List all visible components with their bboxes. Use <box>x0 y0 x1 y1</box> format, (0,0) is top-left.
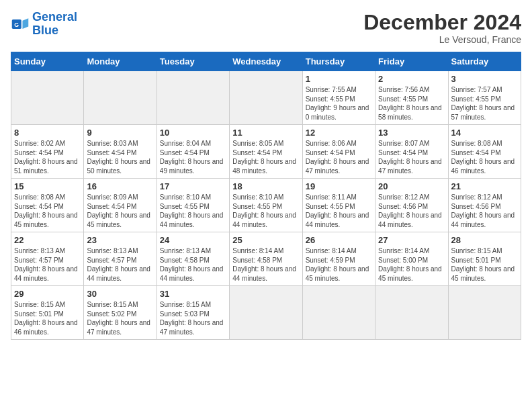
calendar-week-2: 8Sunrise: 8:02 AMSunset: 4:54 PMDaylight… <box>11 125 521 179</box>
calendar-day-30: 30Sunrise: 8:15 AMSunset: 5:02 PMDayligh… <box>84 286 157 340</box>
title-block: December 2024 Le Versoud, France <box>363 11 521 45</box>
day-number: 24 <box>160 235 226 245</box>
day-number: 12 <box>306 128 372 138</box>
calendar-day-25: 25Sunrise: 8:14 AMSunset: 4:58 PMDayligh… <box>230 232 302 286</box>
day-details: Sunrise: 8:14 AMSunset: 5:00 PMDaylight:… <box>378 246 445 283</box>
day-header-sunday: Sunday <box>11 52 84 71</box>
day-number: 18 <box>232 181 299 191</box>
month-title: December 2024 <box>363 11 521 34</box>
day-details: Sunrise: 8:08 AMSunset: 4:54 PMDaylight:… <box>451 139 518 175</box>
logo-line1: General <box>32 10 77 24</box>
day-details: Sunrise: 8:14 AMSunset: 4:58 PMDaylight:… <box>232 246 299 283</box>
day-header-wednesday: Wednesday <box>230 52 302 71</box>
day-details: Sunrise: 8:15 AMSunset: 5:03 PMDaylight:… <box>160 300 226 336</box>
day-number: 14 <box>451 128 518 138</box>
calendar-week-4: 22Sunrise: 8:13 AMSunset: 4:57 PMDayligh… <box>11 232 521 286</box>
calendar-day-13: 13Sunrise: 8:07 AMSunset: 4:54 PMDayligh… <box>375 125 448 179</box>
day-details: Sunrise: 8:04 AMSunset: 4:54 PMDaylight:… <box>160 139 226 175</box>
empty-cell <box>84 71 157 125</box>
day-details: Sunrise: 8:07 AMSunset: 4:54 PMDaylight:… <box>378 139 445 175</box>
calendar-week-5: 29Sunrise: 8:15 AMSunset: 5:01 PMDayligh… <box>11 286 521 340</box>
logo: G General Blue <box>11 11 77 38</box>
calendar-day-22: 22Sunrise: 8:13 AMSunset: 4:57 PMDayligh… <box>11 232 84 286</box>
day-details: Sunrise: 8:09 AMSunset: 4:54 PMDaylight:… <box>87 193 153 229</box>
calendar-day-29: 29Sunrise: 8:15 AMSunset: 5:01 PMDayligh… <box>11 286 84 340</box>
day-details: Sunrise: 8:15 AMSunset: 5:01 PMDaylight:… <box>14 300 81 336</box>
day-details: Sunrise: 7:55 AMSunset: 4:55 PMDaylight:… <box>306 85 372 122</box>
calendar-day-19: 19Sunrise: 8:11 AMSunset: 4:55 PMDayligh… <box>302 179 375 232</box>
day-header-friday: Friday <box>375 52 448 71</box>
empty-cell <box>230 286 302 340</box>
day-number: 8 <box>14 128 81 138</box>
day-number: 30 <box>87 289 153 299</box>
location: Le Versoud, France <box>363 34 521 45</box>
day-details: Sunrise: 7:57 AMSunset: 4:55 PMDaylight:… <box>451 85 518 122</box>
day-header-saturday: Saturday <box>448 52 521 71</box>
day-details: Sunrise: 8:11 AMSunset: 4:55 PMDaylight:… <box>306 193 372 229</box>
empty-cell <box>302 286 375 340</box>
day-number: 2 <box>378 74 445 84</box>
calendar-day-1: 1Sunrise: 7:55 AMSunset: 4:55 PMDaylight… <box>302 71 375 125</box>
calendar-body: 1Sunrise: 7:55 AMSunset: 4:55 PMDaylight… <box>11 71 521 340</box>
day-details: Sunrise: 7:56 AMSunset: 4:55 PMDaylight:… <box>378 85 445 122</box>
day-details: Sunrise: 8:13 AMSunset: 4:57 PMDaylight:… <box>14 246 81 283</box>
calendar-day-10: 10Sunrise: 8:04 AMSunset: 4:54 PMDayligh… <box>157 125 229 179</box>
day-number: 23 <box>87 235 153 245</box>
calendar-day-21: 21Sunrise: 8:12 AMSunset: 4:56 PMDayligh… <box>448 179 521 232</box>
day-number: 15 <box>14 181 81 191</box>
day-number: 28 <box>451 235 518 245</box>
day-number: 25 <box>232 235 299 245</box>
day-number: 3 <box>451 74 518 84</box>
empty-cell <box>448 286 521 340</box>
day-number: 13 <box>378 128 445 138</box>
day-details: Sunrise: 8:15 AMSunset: 5:01 PMDaylight:… <box>451 246 518 283</box>
calendar-day-24: 24Sunrise: 8:13 AMSunset: 4:58 PMDayligh… <box>157 232 229 286</box>
calendar-day-18: 18Sunrise: 8:10 AMSunset: 4:55 PMDayligh… <box>230 179 302 232</box>
day-details: Sunrise: 8:02 AMSunset: 4:54 PMDaylight:… <box>14 139 81 175</box>
logo-line2: Blue <box>32 24 58 37</box>
calendar-table: SundayMondayTuesdayWednesdayThursdayFrid… <box>11 52 521 340</box>
calendar-day-17: 17Sunrise: 8:10 AMSunset: 4:55 PMDayligh… <box>157 179 229 232</box>
day-details: Sunrise: 8:06 AMSunset: 4:54 PMDaylight:… <box>306 139 372 175</box>
day-number: 21 <box>451 181 518 191</box>
day-number: 17 <box>160 181 226 191</box>
calendar-header-row: SundayMondayTuesdayWednesdayThursdayFrid… <box>11 52 521 71</box>
calendar-day-9: 9Sunrise: 8:03 AMSunset: 4:54 PMDaylight… <box>84 125 157 179</box>
day-details: Sunrise: 8:03 AMSunset: 4:54 PMDaylight:… <box>87 139 153 175</box>
day-number: 22 <box>14 235 81 245</box>
calendar-day-26: 26Sunrise: 8:14 AMSunset: 4:59 PMDayligh… <box>302 232 375 286</box>
svg-text:G: G <box>14 21 19 28</box>
calendar-day-2: 2Sunrise: 7:56 AMSunset: 4:55 PMDaylight… <box>375 71 448 125</box>
empty-cell <box>375 286 448 340</box>
day-number: 29 <box>14 289 81 299</box>
day-header-thursday: Thursday <box>302 52 375 71</box>
day-number: 16 <box>87 181 153 191</box>
day-details: Sunrise: 8:14 AMSunset: 4:59 PMDaylight:… <box>306 246 372 283</box>
calendar-day-28: 28Sunrise: 8:15 AMSunset: 5:01 PMDayligh… <box>448 232 521 286</box>
day-number: 11 <box>232 128 299 138</box>
day-details: Sunrise: 8:12 AMSunset: 4:56 PMDaylight:… <box>451 193 518 229</box>
calendar-day-16: 16Sunrise: 8:09 AMSunset: 4:54 PMDayligh… <box>84 179 157 232</box>
day-number: 26 <box>306 235 372 245</box>
calendar-day-12: 12Sunrise: 8:06 AMSunset: 4:54 PMDayligh… <box>302 125 375 179</box>
day-details: Sunrise: 8:12 AMSunset: 4:56 PMDaylight:… <box>378 193 445 229</box>
empty-cell <box>157 71 229 125</box>
day-header-monday: Monday <box>84 52 157 71</box>
empty-cell <box>230 71 302 125</box>
day-number: 1 <box>306 74 372 84</box>
calendar-week-3: 15Sunrise: 8:08 AMSunset: 4:54 PMDayligh… <box>11 179 521 232</box>
calendar-day-15: 15Sunrise: 8:08 AMSunset: 4:54 PMDayligh… <box>11 179 84 232</box>
day-details: Sunrise: 8:15 AMSunset: 5:02 PMDaylight:… <box>87 300 153 336</box>
day-number: 20 <box>378 181 445 191</box>
day-number: 9 <box>87 128 153 138</box>
day-number: 31 <box>160 289 226 299</box>
calendar-day-14: 14Sunrise: 8:08 AMSunset: 4:54 PMDayligh… <box>448 125 521 179</box>
day-header-tuesday: Tuesday <box>157 52 229 71</box>
svg-marker-2 <box>23 18 29 29</box>
day-details: Sunrise: 8:13 AMSunset: 4:58 PMDaylight:… <box>160 246 226 283</box>
calendar-day-31: 31Sunrise: 8:15 AMSunset: 5:03 PMDayligh… <box>157 286 229 340</box>
calendar-day-20: 20Sunrise: 8:12 AMSunset: 4:56 PMDayligh… <box>375 179 448 232</box>
calendar-day-8: 8Sunrise: 8:02 AMSunset: 4:54 PMDaylight… <box>11 125 84 179</box>
page-header: G General Blue December 2024 Le Versoud,… <box>11 11 521 45</box>
calendar-week-1: 1Sunrise: 7:55 AMSunset: 4:55 PMDaylight… <box>11 71 521 125</box>
